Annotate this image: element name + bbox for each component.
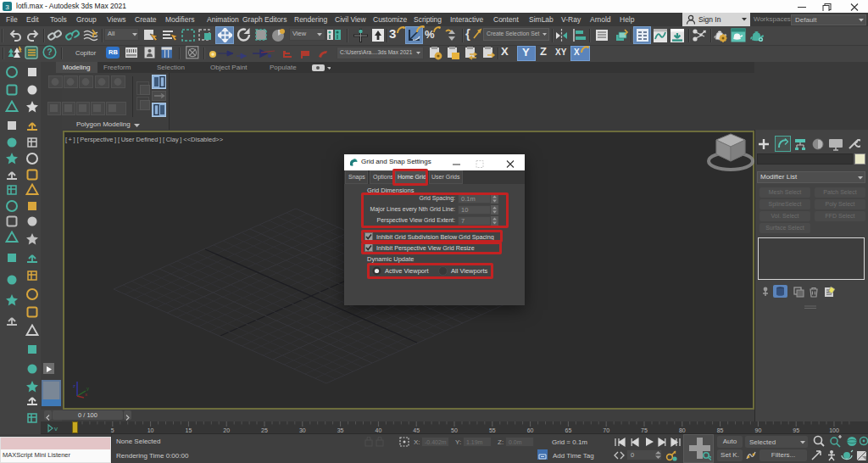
- svg-text:?: ?: [47, 47, 52, 57]
- svg-text:40: 40: [376, 427, 382, 433]
- svg-text:3: 3: [5, 3, 9, 11]
- svg-text:60: 60: [527, 427, 534, 433]
- svg-text:5: 5: [111, 427, 114, 433]
- svg-text:15: 15: [186, 427, 192, 433]
- svg-text:45: 45: [413, 427, 420, 433]
- svg-text:80: 80: [679, 427, 686, 433]
- svg-text:75: 75: [641, 427, 648, 433]
- svg-text:35: 35: [337, 427, 344, 433]
- svg-text:v: v: [54, 425, 58, 432]
- svg-text:25: 25: [261, 427, 268, 433]
- svg-text:100: 100: [829, 427, 839, 433]
- svg-text:y: y: [86, 386, 89, 391]
- svg-text:z: z: [73, 383, 75, 388]
- svg-text:95: 95: [793, 427, 799, 433]
- svg-text:x: x: [85, 392, 87, 397]
- svg-text:55: 55: [489, 427, 496, 433]
- svg-text:20: 20: [223, 427, 230, 433]
- svg-text:30: 30: [299, 427, 306, 433]
- svg-text:90: 90: [755, 427, 762, 433]
- svg-text:50: 50: [451, 427, 458, 433]
- svg-text:70: 70: [603, 427, 609, 433]
- svg-text:65: 65: [565, 427, 572, 433]
- svg-text:85: 85: [717, 427, 724, 433]
- svg-text:10: 10: [147, 427, 154, 433]
